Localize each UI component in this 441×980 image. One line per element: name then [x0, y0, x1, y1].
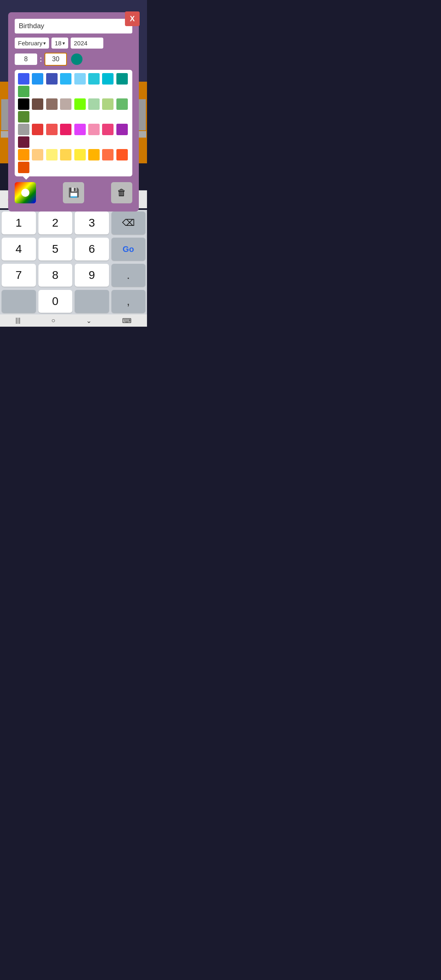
- color-swatch[interactable]: [60, 149, 71, 160]
- save-icon: 💾: [68, 187, 79, 198]
- key-empty-right: [75, 290, 109, 313]
- color-picker-button[interactable]: [15, 182, 36, 203]
- color-swatch[interactable]: [46, 73, 58, 85]
- color-grid-row4: [18, 149, 129, 173]
- color-swatch[interactable]: [74, 124, 86, 135]
- time-colon: :: [40, 55, 42, 64]
- color-swatch[interactable]: [18, 73, 29, 85]
- color-swatch[interactable]: [32, 124, 43, 135]
- day-dropdown[interactable]: 18: [51, 38, 68, 49]
- key-0[interactable]: 0: [38, 290, 73, 313]
- minute-input[interactable]: [45, 53, 67, 66]
- delete-icon: 🗑: [117, 187, 126, 198]
- action-row: 💾 🗑: [15, 180, 132, 205]
- key-period[interactable]: .: [111, 264, 146, 287]
- color-swatch[interactable]: [74, 149, 86, 160]
- color-swatch[interactable]: [88, 98, 100, 110]
- color-swatch[interactable]: [60, 98, 71, 110]
- color-grid-row3: [18, 124, 129, 148]
- color-swatch[interactable]: [18, 136, 29, 148]
- color-swatch[interactable]: [18, 149, 29, 160]
- color-swatch[interactable]: [46, 124, 58, 135]
- key-6[interactable]: 6: [75, 238, 109, 261]
- key-backspace[interactable]: ⌫: [111, 212, 146, 234]
- day-value: 18: [55, 40, 62, 47]
- color-swatch[interactable]: [18, 162, 29, 173]
- color-swatch[interactable]: [102, 149, 114, 160]
- color-swatch[interactable]: [32, 149, 43, 160]
- key-row-1: 1 2 3 ⌫: [0, 210, 147, 236]
- palette-arrow: [23, 176, 29, 180]
- nav-keyboard[interactable]: ⌨: [118, 315, 136, 326]
- color-grid-row2: [18, 98, 129, 122]
- key-7[interactable]: 7: [2, 264, 36, 287]
- color-swatch[interactable]: [74, 98, 86, 110]
- color-swatch[interactable]: [74, 73, 86, 85]
- color-swatch[interactable]: [102, 73, 114, 85]
- color-swatch[interactable]: [116, 73, 128, 85]
- color-swatch[interactable]: [18, 124, 29, 135]
- color-swatch[interactable]: [102, 124, 114, 135]
- nav-down[interactable]: ⌄: [82, 315, 96, 326]
- color-swatch[interactable]: [60, 73, 71, 85]
- numeric-keyboard: 1 2 3 ⌫ 4 5 6 Go 7 8 9 . 0 ,: [0, 210, 147, 314]
- color-palette: [15, 70, 132, 176]
- color-swatch[interactable]: [18, 111, 29, 122]
- color-swatch[interactable]: [116, 98, 128, 110]
- key-1[interactable]: 1: [2, 212, 36, 234]
- month-dropdown[interactable]: February: [15, 38, 49, 49]
- key-row-2: 4 5 6 Go: [0, 236, 147, 262]
- time-row: :: [15, 53, 132, 66]
- key-comma[interactable]: ,: [111, 290, 146, 313]
- color-drop-indicator[interactable]: [71, 53, 82, 65]
- event-title-input[interactable]: Birthday: [15, 19, 132, 33]
- color-swatch[interactable]: [88, 149, 100, 160]
- nav-bar: ||| ○ ⌄ ⌨: [0, 314, 147, 327]
- color-swatch[interactable]: [116, 149, 128, 160]
- color-swatch[interactable]: [46, 149, 58, 160]
- color-swatch[interactable]: [32, 73, 43, 85]
- color-swatch[interactable]: [32, 98, 43, 110]
- nav-home[interactable]: ○: [47, 315, 60, 326]
- year-input[interactable]: [71, 38, 103, 49]
- key-4[interactable]: 4: [2, 238, 36, 261]
- nav-back[interactable]: |||: [11, 315, 24, 326]
- color-swatch[interactable]: [60, 124, 71, 135]
- color-swatch[interactable]: [88, 73, 100, 85]
- key-3[interactable]: 3: [75, 212, 109, 234]
- save-button[interactable]: 💾: [63, 182, 84, 203]
- date-row: February 18: [15, 38, 132, 49]
- color-swatch[interactable]: [116, 124, 128, 135]
- key-8[interactable]: 8: [38, 264, 73, 287]
- event-modal: X Birthday February 18 : 💾 🗑: [8, 12, 139, 212]
- key-9[interactable]: 9: [75, 264, 109, 287]
- close-button[interactable]: X: [125, 11, 140, 26]
- key-row-3: 7 8 9 .: [0, 262, 147, 288]
- color-swatch[interactable]: [18, 86, 29, 97]
- key-empty-left: [2, 290, 36, 313]
- key-5[interactable]: 5: [38, 238, 73, 261]
- key-go[interactable]: Go: [111, 238, 146, 261]
- hour-input[interactable]: [15, 53, 37, 65]
- color-grid-row1: [18, 73, 129, 97]
- color-swatch[interactable]: [18, 98, 29, 110]
- color-swatch[interactable]: [102, 98, 114, 110]
- key-row-4: 0 ,: [0, 288, 147, 314]
- key-2[interactable]: 2: [38, 212, 73, 234]
- delete-button[interactable]: 🗑: [111, 182, 132, 203]
- month-value: February: [18, 40, 42, 47]
- color-swatch[interactable]: [88, 124, 100, 135]
- color-swatch[interactable]: [46, 98, 58, 110]
